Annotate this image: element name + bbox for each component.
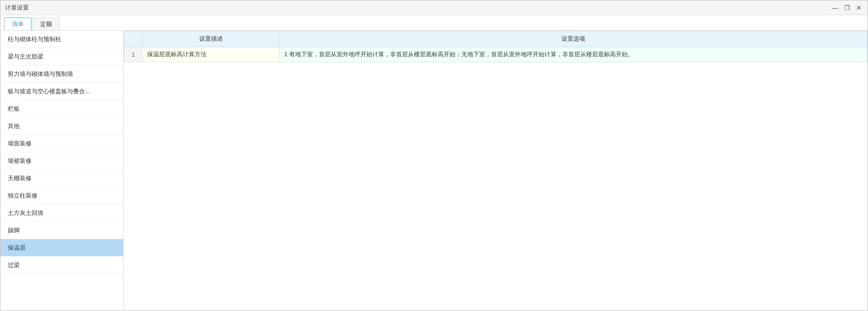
settings-table: 设置描述 设置选项 1 保温层底标高计算方法 1 有地下室，首层从室外地坪开始计… (124, 31, 868, 62)
maximize-button[interactable]: ❐ (843, 4, 851, 12)
tab-dinge[interactable]: 定额 (32, 17, 60, 30)
sidebar-item-jiao-jiao[interactable]: 踢脚 (0, 222, 123, 239)
tab-qingdan[interactable]: 清单 (4, 17, 32, 30)
main-window: 计算设置 — ❐ ✕ 清单 定额 柱与砌体柱与预制柱 梁与主次肋梁 剪力墙与砌体… (0, 0, 868, 311)
sidebar-item-qiang-zhuang[interactable]: 墙面装修 (0, 135, 123, 152)
window-controls: — ❐ ✕ (831, 4, 863, 12)
title-bar: 计算设置 — ❐ ✕ (0, 0, 868, 15)
sidebar-item-zhu-he-yzhu[interactable]: 柱与砌体柱与预制柱 (0, 31, 123, 48)
sidebar-item-tufang[interactable]: 土方灰土回填 (0, 204, 123, 222)
sidebar-item-liang-zhu[interactable]: 梁与主次肋梁 (0, 48, 123, 65)
col-header-desc: 设置描述 (143, 31, 280, 47)
col-header-num (124, 31, 143, 47)
sidebar-item-ban-he-po[interactable]: 板与坡道与空心楼盖板与叠合... (0, 83, 123, 100)
sidebar-item-duli-zhu[interactable]: 独立柱装修 (0, 187, 123, 204)
sidebar-item-qun-zhuang[interactable]: 墙裙装修 (0, 152, 123, 170)
sidebar-item-guo-liang[interactable]: 过梁 (0, 257, 123, 274)
main-panel: 设置描述 设置选项 1 保温层底标高计算方法 1 有地下室，首层从室外地坪开始计… (124, 31, 868, 311)
sidebar-item-qita[interactable]: 其他 (0, 118, 123, 135)
col-header-option: 设置选项 (280, 31, 868, 47)
sidebar-item-baowen-ceng[interactable]: 保温层 (0, 239, 123, 257)
tab-bar: 清单 定额 (0, 15, 868, 31)
content-area: 柱与砌体柱与预制柱 梁与主次肋梁 剪力墙与砌体墙与预制墙 板与坡道与空心楼盖板与… (0, 31, 868, 311)
minimize-button[interactable]: — (831, 4, 839, 12)
sidebar: 柱与砌体柱与预制柱 梁与主次肋梁 剪力墙与砌体墙与预制墙 板与坡道与空心楼盖板与… (0, 31, 124, 311)
row-option-1[interactable]: 1 有地下室，首层从室外地坪开始计算，非首层从楼层底标高开始；无地下室，首层从室… (280, 47, 868, 62)
row-num-1: 1 (124, 47, 143, 62)
close-button[interactable]: ✕ (855, 4, 863, 12)
window-title: 计算设置 (5, 4, 29, 12)
sidebar-item-tian-peng[interactable]: 天棚装修 (0, 170, 123, 187)
row-desc-1[interactable]: 保温层底标高计算方法 (143, 47, 280, 62)
sidebar-item-jianli-qiang[interactable]: 剪力墙与砌体墙与预制墙 (0, 65, 123, 83)
sidebar-item-lan-ban[interactable]: 栏板 (0, 100, 123, 118)
table-row: 1 保温层底标高计算方法 1 有地下室，首层从室外地坪开始计算，非首层从楼层底标… (124, 47, 868, 62)
